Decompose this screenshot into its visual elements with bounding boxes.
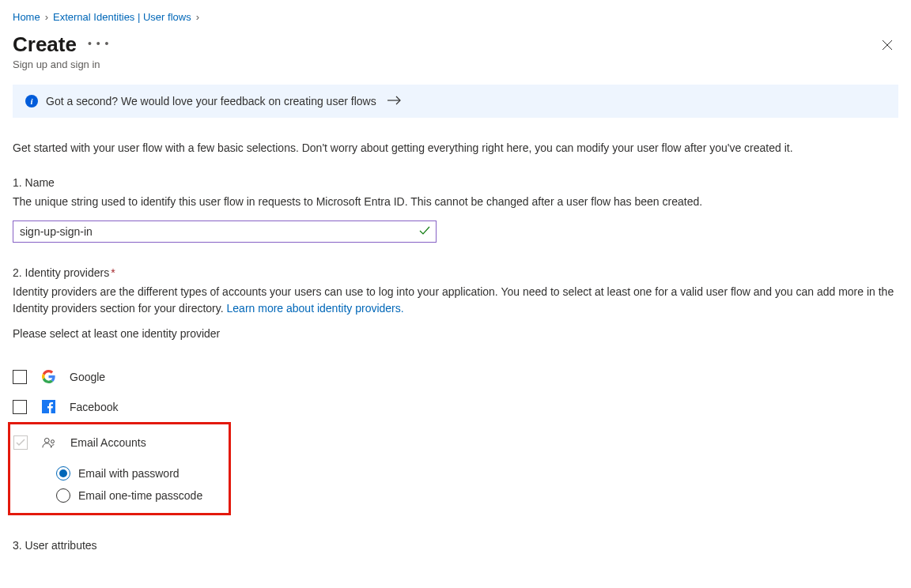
identity-providers-list: Google Facebook Email Accounts Email wit… xyxy=(13,362,898,515)
chevron-right-icon: › xyxy=(196,11,199,23)
breadcrumb: Home › External Identities | User flows … xyxy=(13,11,898,23)
learn-more-link[interactable]: Learn more about identity providers. xyxy=(227,302,404,315)
facebook-label: Facebook xyxy=(70,401,118,413)
close-icon xyxy=(882,40,893,51)
email-checkbox xyxy=(13,435,28,450)
name-input[interactable] xyxy=(13,220,437,243)
facebook-checkbox[interactable] xyxy=(13,400,27,414)
arrow-right-icon xyxy=(387,94,402,108)
provider-email-row: Email Accounts xyxy=(13,428,224,458)
google-icon xyxy=(41,370,55,384)
email-highlight-box: Email Accounts Email with password Email… xyxy=(8,422,231,515)
section-name-label: 1. Name xyxy=(13,176,898,189)
radio-email-password-label: Email with password xyxy=(78,467,180,480)
google-checkbox[interactable] xyxy=(13,370,27,384)
email-otp-option[interactable]: Email one-time passcode xyxy=(56,484,224,507)
provider-google-row: Google xyxy=(13,362,898,392)
people-icon xyxy=(42,435,56,450)
email-options: Email with password Email one-time passc… xyxy=(56,462,224,507)
breadcrumb-external-identities[interactable]: External Identities | User flows xyxy=(53,11,191,23)
email-password-option[interactable]: Email with password xyxy=(56,462,224,484)
page-subtitle: Sign up and sign in xyxy=(13,58,898,70)
google-label: Google xyxy=(70,371,105,383)
more-icon[interactable]: • • • xyxy=(88,37,109,50)
idp-help-text: Please select at least one identity prov… xyxy=(13,327,898,340)
info-icon: i xyxy=(25,95,38,107)
breadcrumb-home[interactable]: Home xyxy=(13,11,40,23)
radio-email-password[interactable] xyxy=(56,466,70,481)
section-idp-desc: Identity providers are the different typ… xyxy=(13,284,898,316)
banner-text: Got a second? We would love your feedbac… xyxy=(46,95,376,107)
email-label: Email Accounts xyxy=(70,436,146,449)
section-name-desc: The unique string used to identify this … xyxy=(13,194,898,209)
provider-facebook-row: Facebook xyxy=(13,392,898,422)
check-icon xyxy=(419,225,430,238)
chevron-right-icon: › xyxy=(45,11,48,23)
radio-email-otp-label: Email one-time passcode xyxy=(78,489,202,502)
radio-email-otp[interactable] xyxy=(56,488,70,503)
required-asterisk: * xyxy=(111,266,115,279)
facebook-icon xyxy=(41,400,55,414)
page-title: Create xyxy=(13,32,77,57)
section-user-attributes-label: 3. User attributes xyxy=(13,539,898,552)
intro-text: Get started with your user flow with a f… xyxy=(13,141,898,154)
section-idp-label: 2. Identity providers* xyxy=(13,266,898,279)
svg-point-4 xyxy=(44,438,49,443)
svg-point-5 xyxy=(51,440,55,443)
feedback-banner[interactable]: i Got a second? We would love your feedb… xyxy=(13,85,898,118)
close-button[interactable] xyxy=(876,34,898,56)
